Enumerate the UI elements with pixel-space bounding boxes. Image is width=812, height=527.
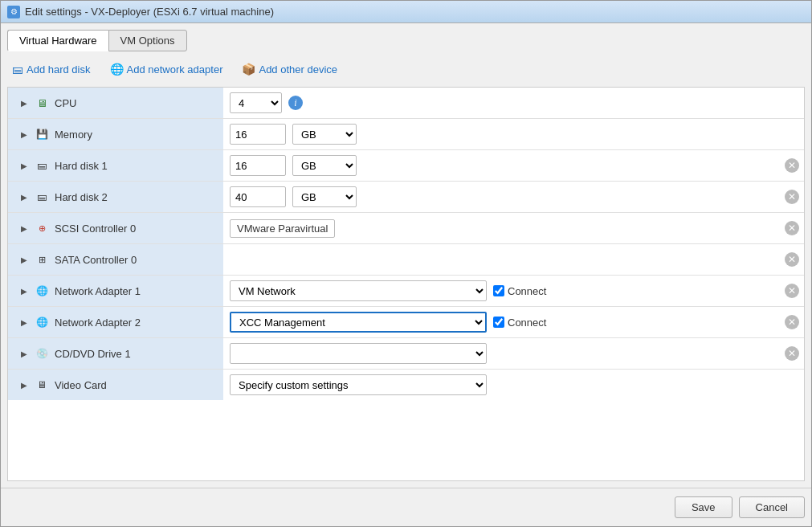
- table-row: ▶ 🌐 Network Adapter 1 VM Network XCC Man…: [8, 276, 804, 307]
- table-row: ▶ ⊕ SCSI Controller 0 VMware Paravirtual…: [8, 213, 804, 244]
- table-row: ▶ 🖴 Hard disk 1 GB MB TB ✕: [8, 150, 804, 182]
- main-window: ⚙ Edit settings - VX-Deployer (ESXi 6.7 …: [0, 0, 812, 527]
- hard-disk-1-label[interactable]: ▶ 🖴 Hard disk 1: [8, 150, 223, 181]
- network-adapter-1-connect-checkbox[interactable]: [493, 285, 504, 296]
- network-adapter-1-network-select[interactable]: VM Network XCC Management: [230, 280, 487, 301]
- content-area: Virtual Hardware VM Options 🖴 Add hard d…: [1, 23, 811, 488]
- expand-arrow-icon: ▶: [21, 349, 27, 358]
- memory-unit-select[interactable]: GB MB: [292, 124, 357, 145]
- hard-disk-2-remove-button[interactable]: ✕: [785, 190, 799, 204]
- network-adapter-2-remove-button[interactable]: ✕: [785, 315, 799, 329]
- memory-label-text: Memory: [55, 129, 92, 141]
- scsi-remove-button[interactable]: ✕: [785, 221, 799, 235]
- video-card-icon: 🖥: [34, 378, 50, 391]
- sata-row-end: ✕: [780, 252, 804, 267]
- cpu-label-text: CPU: [55, 97, 76, 109]
- save-button[interactable]: Save: [675, 496, 732, 518]
- sata-label[interactable]: ▶ ⊞ SATA Controller 0: [8, 244, 223, 275]
- memory-controls: GB MB: [223, 119, 780, 149]
- video-card-label[interactable]: ▶ 🖥 Video Card: [8, 370, 223, 400]
- network-adapter-1-row-end: ✕: [780, 284, 804, 298]
- memory-label[interactable]: ▶ 💾 Memory: [8, 119, 223, 149]
- scsi-label[interactable]: ▶ ⊕ SCSI Controller 0: [8, 213, 223, 243]
- table-row: ▶ 🌐 Network Adapter 2 XCC Management VM …: [8, 307, 804, 338]
- cd-dvd-value-select[interactable]: [230, 343, 487, 364]
- video-card-label-text: Video Card: [55, 379, 107, 391]
- cancel-button[interactable]: Cancel: [739, 496, 805, 518]
- network-adapter-1-remove-button[interactable]: ✕: [785, 284, 799, 298]
- hard-disk-1-row-end: ✕: [780, 158, 804, 173]
- hard-disk-1-value-input[interactable]: [230, 155, 286, 176]
- memory-value-input[interactable]: [230, 124, 286, 145]
- table-row: ▶ 🖥 CPU 4 1 2 8 i: [8, 88, 804, 119]
- network-adapter-1-label-text: Network Adapter 1: [55, 285, 141, 297]
- table-row: ▶ 🖴 Hard disk 2 GB MB TB ✕: [8, 182, 804, 213]
- expand-arrow-icon: ▶: [21, 130, 27, 139]
- cpu-icon: 🖥: [34, 96, 50, 109]
- hard-disk-2-unit-select[interactable]: GB MB TB: [292, 186, 357, 207]
- hard-disk-1-remove-button[interactable]: ✕: [785, 158, 799, 173]
- hard-disk-2-value-input[interactable]: [230, 186, 286, 207]
- network-adapter-1-label[interactable]: ▶ 🌐 Network Adapter 1: [8, 276, 223, 306]
- expand-arrow-icon: ▶: [21, 318, 27, 327]
- hard-disk-1-icon: 🖴: [34, 159, 50, 172]
- hard-disk-add-icon: 🖴: [12, 63, 23, 76]
- network-adapter-2-label-text: Network Adapter 2: [55, 317, 141, 329]
- hard-disk-1-unit-select[interactable]: GB MB TB: [292, 155, 357, 176]
- hard-disk-1-controls: GB MB TB: [223, 150, 780, 181]
- network-adapter-2-icon: 🌐: [34, 316, 50, 329]
- network-add-icon: 🌐: [110, 63, 124, 76]
- hard-disk-1-label-text: Hard disk 1: [55, 160, 108, 172]
- scsi-controls: VMware Paravirtual: [223, 214, 780, 243]
- sata-icon: ⊞: [34, 253, 50, 266]
- device-add-icon: 📦: [242, 63, 255, 76]
- network-adapter-1-connect-label: Connect: [493, 285, 546, 297]
- tab-bar: Virtual Hardware VM Options: [7, 30, 805, 51]
- hard-disk-2-row-end: ✕: [780, 190, 804, 204]
- sata-remove-button[interactable]: ✕: [785, 252, 799, 267]
- expand-arrow-icon: ▶: [21, 287, 27, 296]
- add-network-adapter-button[interactable]: 🌐 Add network adapter: [107, 61, 226, 77]
- network-adapter-1-icon: 🌐: [34, 284, 50, 297]
- title-bar: ⚙ Edit settings - VX-Deployer (ESXi 6.7 …: [1, 1, 811, 23]
- hard-disk-2-label-text: Hard disk 2: [55, 191, 108, 203]
- expand-arrow-icon: ▶: [21, 381, 27, 390]
- scsi-label-text: SCSI Controller 0: [55, 223, 136, 235]
- hard-disk-2-icon: 🖴: [34, 190, 50, 203]
- cd-dvd-controls: [223, 338, 780, 369]
- cpu-label[interactable]: ▶ 🖥 CPU: [8, 88, 223, 118]
- cd-dvd-label-text: CD/DVD Drive 1: [55, 348, 131, 360]
- window-title: Edit settings - VX-Deployer (ESXi 6.7 vi…: [25, 6, 274, 18]
- cd-dvd-icon: 💿: [34, 347, 50, 360]
- network-adapter-2-label[interactable]: ▶ 🌐 Network Adapter 2: [8, 307, 223, 337]
- hardware-table: ▶ 🖥 CPU 4 1 2 8 i ▶: [7, 87, 805, 481]
- add-other-device-button[interactable]: 📦 Add other device: [239, 61, 341, 77]
- hard-disk-2-label[interactable]: ▶ 🖴 Hard disk 2: [8, 182, 223, 212]
- network-adapter-1-controls: VM Network XCC Management Connect: [223, 276, 780, 306]
- network-adapter-2-connect-checkbox[interactable]: [493, 317, 504, 328]
- scsi-value-tag: VMware Paravirtual: [230, 219, 335, 238]
- cd-dvd-label[interactable]: ▶ 💿 CD/DVD Drive 1: [8, 338, 223, 369]
- sata-controls: [223, 255, 780, 264]
- hard-disk-2-controls: GB MB TB: [223, 182, 780, 212]
- window-icon: ⚙: [7, 6, 20, 18]
- expand-arrow-icon: ▶: [21, 99, 27, 108]
- sata-label-text: SATA Controller 0: [55, 254, 137, 266]
- add-hard-disk-button[interactable]: 🖴 Add hard disk: [9, 61, 94, 77]
- network-adapter-2-network-select[interactable]: XCC Management VM Network: [230, 312, 487, 333]
- cpu-controls: 4 1 2 8 i: [223, 88, 780, 118]
- table-row: ▶ ⊞ SATA Controller 0 ✕: [8, 244, 804, 276]
- network-adapter-2-controls: XCC Management VM Network Connect: [223, 307, 780, 337]
- cd-dvd-remove-button[interactable]: ✕: [785, 346, 799, 361]
- table-row: ▶ 💾 Memory GB MB: [8, 119, 804, 150]
- tab-virtual-hardware[interactable]: Virtual Hardware: [7, 30, 108, 51]
- cpu-info-icon[interactable]: i: [288, 96, 303, 110]
- video-card-value-select[interactable]: Specify custom settings: [230, 374, 487, 395]
- cpu-value-select[interactable]: 4 1 2 8: [230, 92, 282, 113]
- table-row: ▶ 💿 CD/DVD Drive 1 ✕: [8, 338, 804, 370]
- expand-arrow-icon: ▶: [21, 161, 27, 170]
- scsi-icon: ⊕: [34, 222, 50, 235]
- network-adapter-2-connect-label: Connect: [493, 317, 546, 329]
- tab-vm-options[interactable]: VM Options: [108, 30, 187, 51]
- table-row: ▶ 🖥 Video Card Specify custom settings: [8, 370, 804, 400]
